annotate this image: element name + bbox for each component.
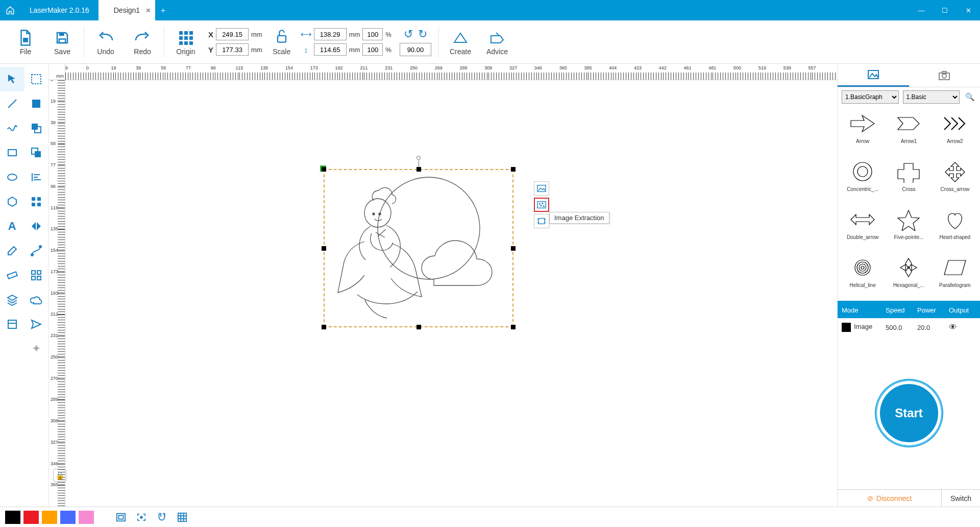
minimize-button[interactable]: —: [910, 0, 933, 20]
library-tab[interactable]: [838, 64, 909, 87]
home-button[interactable]: [0, 0, 20, 20]
line-tool[interactable]: [0, 91, 24, 116]
width-percent-input[interactable]: [362, 28, 383, 40]
rotate-ccw-icon[interactable]: ↺: [404, 28, 413, 41]
canvas-lock-button[interactable]: 🔒: [53, 469, 66, 482]
advice-button[interactable]: Advice: [479, 23, 516, 60]
shape-cross[interactable]: Cross: [887, 157, 930, 203]
resize-handle-tr[interactable]: [511, 167, 516, 172]
x-unit: mm: [251, 31, 262, 38]
palette-black[interactable]: [5, 511, 20, 524]
titlebar: LaserMaker 2.0.16 Design1 ✕ ＋ — ☐ ✕: [0, 0, 980, 20]
svg-point-35: [379, 213, 381, 215]
shape-double_arrow-label: Double_arrow: [842, 234, 883, 240]
palette-red[interactable]: [23, 511, 39, 524]
focus-button[interactable]: [133, 510, 150, 524]
rotate-cw-icon[interactable]: ↻: [418, 28, 427, 41]
shape-double_arrow[interactable]: Double_arrow: [841, 205, 885, 251]
start-button[interactable]: Start: [877, 381, 941, 445]
shape-arrow[interactable]: Arrow: [841, 109, 885, 155]
x-input[interactable]: [216, 28, 249, 40]
resize-handle-ml[interactable]: [322, 246, 326, 251]
switch-button[interactable]: Switch: [941, 490, 980, 507]
text-tool[interactable]: A: [0, 214, 24, 238]
shape-hexagonal[interactable]: Hexagonal_...: [887, 253, 930, 299]
cloud-tool[interactable]: [24, 288, 49, 312]
shape-concentric[interactable]: Concentric_...: [841, 157, 885, 203]
fill-tool[interactable]: [24, 91, 49, 116]
magnet-button[interactable]: [153, 510, 170, 524]
save-button[interactable]: Save: [44, 23, 81, 60]
polygon-tool[interactable]: [0, 189, 24, 214]
bring-front-tool[interactable]: [24, 140, 49, 165]
redo-button[interactable]: Redo: [124, 23, 161, 60]
height-input[interactable]: [314, 43, 347, 56]
tab-close-icon[interactable]: ✕: [145, 7, 151, 14]
height-percent: %: [385, 46, 391, 54]
document-tab[interactable]: Design1 ✕: [99, 0, 155, 20]
align-left-tool[interactable]: [24, 165, 49, 189]
shape-search-icon[interactable]: 🔍: [964, 91, 976, 103]
array-tool[interactable]: [24, 263, 49, 288]
resize-handle-tm[interactable]: [416, 167, 421, 172]
shape-arrow2[interactable]: Arrow2: [933, 109, 977, 155]
shape-helical[interactable]: Helical_line: [841, 253, 885, 299]
width-input[interactable]: [314, 28, 347, 40]
shape-parallelogram[interactable]: Parallelogram: [933, 253, 977, 299]
category-select-1[interactable]: 1.BasicGraph: [842, 90, 899, 104]
resize-handle-bl[interactable]: [322, 325, 326, 329]
close-window-button[interactable]: ✕: [957, 0, 980, 20]
crop-tool[interactable]: [0, 312, 24, 337]
layer-row[interactable]: Image 500.0 20.0 👁: [838, 318, 980, 337]
disconnect-button[interactable]: ⊘ Disconnect: [838, 490, 941, 507]
image-extraction-button[interactable]: [534, 198, 549, 212]
palette-pink[interactable]: [79, 511, 94, 524]
marquee-tool[interactable]: [24, 67, 49, 91]
file-button[interactable]: File: [7, 23, 44, 60]
curve-tool[interactable]: [0, 116, 24, 140]
ellipse-tool[interactable]: [0, 165, 24, 189]
rotation-handle[interactable]: [416, 156, 421, 160]
selection-box[interactable]: [324, 169, 513, 327]
image-crop-button[interactable]: [534, 214, 549, 228]
layer-visibility-toggle[interactable]: 👁: [945, 323, 980, 332]
category-select-2[interactable]: 1.Basic: [903, 90, 960, 104]
path-edit-tool[interactable]: [24, 238, 49, 263]
fit-screen-button[interactable]: [112, 510, 130, 524]
resize-handle-tl[interactable]: [322, 167, 326, 172]
shape-arrow1[interactable]: Arrow1: [887, 109, 930, 155]
bulb-tool[interactable]: ✦: [24, 337, 49, 361]
send-tool[interactable]: [24, 312, 49, 337]
new-tab-button[interactable]: ＋: [155, 0, 170, 20]
eraser-tool[interactable]: [0, 238, 24, 263]
scale-lock-button[interactable]: Scale: [266, 23, 297, 60]
height-percent-input[interactable]: [362, 43, 383, 56]
send-back-tool[interactable]: [24, 116, 49, 140]
shape-heart[interactable]: Heart-shaped: [933, 205, 977, 251]
palette-blue[interactable]: [60, 511, 76, 524]
grid-toggle-button[interactable]: [174, 510, 191, 524]
canvas[interactable]: Image Extraction: [65, 80, 837, 507]
select-tool[interactable]: [0, 67, 24, 91]
shape-cross_arrow[interactable]: Cross_arrow: [933, 157, 977, 203]
shape-arrow-label: Arrow: [842, 138, 883, 144]
layers-tool[interactable]: [0, 288, 24, 312]
mirror-tool[interactable]: [24, 214, 49, 238]
grid-tool[interactable]: [24, 189, 49, 214]
selected-image[interactable]: [327, 172, 510, 324]
camera-tab[interactable]: [909, 64, 981, 87]
resize-handle-mr[interactable]: [511, 246, 516, 251]
rotation-input[interactable]: [400, 43, 431, 56]
y-input[interactable]: [216, 43, 249, 56]
ruler-tool[interactable]: [0, 263, 24, 288]
resize-handle-br[interactable]: [511, 325, 516, 329]
rect-tool[interactable]: [0, 140, 24, 165]
maximize-button[interactable]: ☐: [933, 0, 957, 20]
undo-button[interactable]: Undo: [87, 23, 124, 60]
shape-five_point[interactable]: Five-pointe...: [887, 205, 930, 251]
palette-orange[interactable]: [42, 511, 57, 524]
resize-handle-bm[interactable]: [416, 325, 421, 329]
create-button[interactable]: Create: [442, 23, 479, 60]
origin-button[interactable]: Origin: [167, 23, 204, 60]
image-adjust-button[interactable]: [534, 181, 549, 196]
